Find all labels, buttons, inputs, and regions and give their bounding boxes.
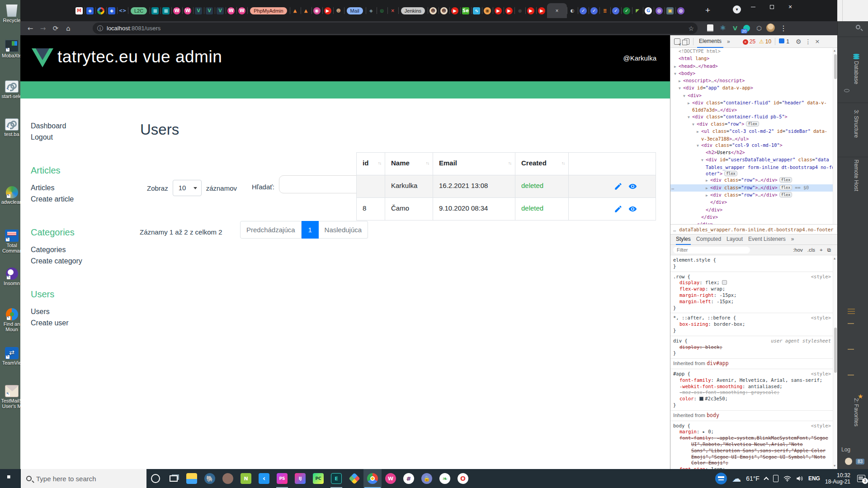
tab-green-shield[interactable]: ✓	[621, 3, 632, 18]
tab-blue-v[interactable]: ✓	[589, 3, 599, 18]
dom-line[interactable]: ▼<body>	[670, 70, 837, 77]
dom-line[interactable]: ▶<div class="row">…</div>flex	[670, 177, 837, 184]
tab-code[interactable]: <>	[117, 3, 128, 18]
sidebar-link-dashboard[interactable]: Dashboard	[31, 120, 126, 131]
tab-vue[interactable]: V	[215, 3, 226, 18]
dom-line[interactable]: <html lang>	[670, 55, 837, 62]
taskbar-app-diagrams[interactable]	[345, 469, 363, 488]
notes-extension-icon[interactable]	[706, 23, 715, 33]
tab-youtube[interactable]: ▶	[504, 3, 514, 18]
tab-gmail[interactable]: M	[74, 3, 85, 18]
styles-tab-computed[interactable]: Computed	[696, 234, 721, 245]
tab-dart[interactable]: ◤	[632, 3, 643, 18]
css-property[interactable]: font-family: -apple-system,BlinkMacSyste…	[673, 435, 831, 466]
reload-icon[interactable]: ⟳	[49, 24, 62, 33]
rule-origin[interactable]: <style>	[811, 274, 831, 280]
tab-elements[interactable]: Elements	[697, 35, 723, 48]
rule-origin[interactable]: <style>	[811, 315, 831, 321]
tab-tab-current[interactable]: ×	[547, 3, 567, 18]
device-toolbar-icon[interactable]	[684, 38, 689, 45]
sidebar-link-create-article[interactable]: Create article	[31, 193, 126, 205]
column-header-name[interactable]: Name↑↓	[385, 153, 433, 175]
computed-sidebar-icon[interactable]: ⧉	[827, 247, 831, 253]
flex-badge[interactable]: flex	[724, 171, 737, 176]
tab-person[interactable]: ☻	[333, 3, 344, 18]
tab-shield-blue[interactable]: ◈	[85, 3, 95, 18]
desktop-icon-find-and-mount[interactable]: Find anMoun	[0, 308, 23, 332]
tab-l2c[interactable]: L2C	[128, 3, 150, 18]
taskbar-app-opera[interactable]: O	[454, 469, 472, 488]
home-icon[interactable]: ⌂	[62, 24, 75, 33]
length-select[interactable]: 10	[173, 180, 202, 196]
address-bar[interactable]: i localhost:8081/users ☆	[93, 23, 698, 34]
taskbar-app-keepass[interactable]: 🔒	[418, 469, 436, 488]
tab-purple-ring[interactable]: ◍	[654, 3, 665, 18]
start-button[interactable]	[0, 469, 21, 488]
column-header-email[interactable]: Email↑↓	[433, 153, 515, 175]
desktop-icon-insomnia[interactable]: Insomn	[0, 267, 23, 286]
dom-line[interactable]: oter">flex	[670, 170, 837, 177]
desktop-icon-adwcleaner[interactable]: adwclean	[0, 186, 23, 205]
taskbar-app-gimp[interactable]	[219, 469, 237, 488]
dom-line[interactable]: </div>	[670, 199, 837, 206]
edit-icon[interactable]	[614, 182, 623, 191]
keyboard-language[interactable]: ENG	[808, 475, 820, 482]
column-header-created[interactable]: Created↑↓	[515, 153, 569, 175]
desktop-icon-total-commander[interactable]: TotalCommar	[0, 230, 23, 253]
react-devtools-icon[interactable]: ⚛	[718, 23, 727, 33]
css-property[interactable]: display: block;	[673, 344, 831, 351]
more-panels-icon[interactable]: »	[727, 38, 730, 45]
dom-line[interactable]: </div>	[670, 206, 837, 214]
sidebar-link-categories[interactable]: Categories	[31, 244, 126, 255]
ide-panel-log[interactable]: Log	[841, 446, 850, 453]
dom-line[interactable]: ▼<div class="container-fluid pb-5">	[670, 113, 837, 121]
inspect-element-icon[interactable]	[674, 38, 680, 45]
pagination-prev-button[interactable]: Predchádzajúca	[240, 221, 302, 239]
styles-scrollbar[interactable]: ▲▼	[833, 255, 837, 469]
styles-tab-event-listeners[interactable]: Event Listeners	[748, 234, 786, 245]
taskbar-app-notepad-plus-plus[interactable]: N	[237, 469, 255, 488]
sort-icon[interactable]: ↑↓	[561, 161, 565, 165]
docker-icon[interactable]	[715, 473, 727, 484]
tab-blue-v[interactable]: ✓	[610, 3, 621, 18]
column-header-id[interactable]: id↑↓	[356, 153, 385, 175]
tab-pma-sail[interactable]: ▲	[301, 3, 311, 18]
dom-line[interactable]: Tables_wrapper form-inline dt-bootstrap4…	[670, 164, 837, 170]
taskbar-app-task-view[interactable]	[165, 469, 183, 488]
desktop-icon-testmail-users-mail[interactable]: TestMailSUser's M	[0, 385, 23, 409]
breadcrumb-item[interactable]: dataTables_wrapper.form-inline.dt-bootst…	[679, 227, 833, 232]
css-property[interactable]: margin: ▸ 0;	[673, 429, 831, 435]
taskbar-app-wampserver[interactable]: W	[382, 469, 400, 488]
tab-blue-v[interactable]: ✓	[578, 3, 589, 18]
tab-purple-ring[interactable]: ◍	[675, 3, 686, 18]
tab-wampserver[interactable]: W	[236, 3, 247, 18]
dom-line[interactable]: </div>	[670, 214, 837, 221]
tab-selenium[interactable]: Se	[460, 3, 471, 18]
forward-icon[interactable]: →	[37, 24, 49, 33]
tray-expand-icon[interactable]	[764, 477, 769, 482]
ide-search-icon[interactable]	[856, 25, 860, 29]
taskbar-app-phpstorm[interactable]: PS	[273, 469, 291, 488]
css-property[interactable]: -webkit-font-smoothing: antialiased;	[673, 384, 831, 390]
dom-line[interactable]: ▼<div>	[670, 92, 837, 99]
flex-badge[interactable]: flex	[779, 185, 792, 190]
flex-badge[interactable]: flex	[746, 121, 759, 127]
window-close-button[interactable]: ×	[783, 0, 798, 14]
css-rule[interactable]: .row {<style>display: flex;flex-wrap: wr…	[670, 272, 833, 314]
tab-jenkins[interactable]: Jenkins	[398, 3, 428, 18]
css-property[interactable]: font-family: Avenir, Helvetica, Arial, s…	[673, 377, 831, 384]
dom-line[interactable]: ▼<div class="col-9 col-md-10">	[670, 142, 837, 149]
taskbar-clock[interactable]: 10:32 18-Aug-21	[825, 472, 850, 485]
ide-panel-3-structure[interactable]: 3: Structure	[853, 110, 859, 138]
cls-toggle[interactable]: .cls	[807, 247, 815, 253]
menu-dots-icon[interactable]: ⋮	[779, 23, 788, 33]
devtools-close-icon[interactable]: ×	[815, 38, 820, 45]
css-property[interactable]: margin-left: -15px;	[673, 299, 831, 305]
flex-editor-icon[interactable]	[722, 280, 727, 285]
profile-avatar[interactable]	[766, 23, 775, 32]
wifi-icon[interactable]	[783, 475, 791, 482]
tab-search-button[interactable]: ▾	[733, 5, 741, 14]
tab-shield-blue[interactable]: ◈	[106, 3, 117, 18]
tab-youtube[interactable]: ▶	[493, 3, 504, 18]
dom-line[interactable]: ▼<div id="app" data-v-app>	[670, 84, 837, 92]
